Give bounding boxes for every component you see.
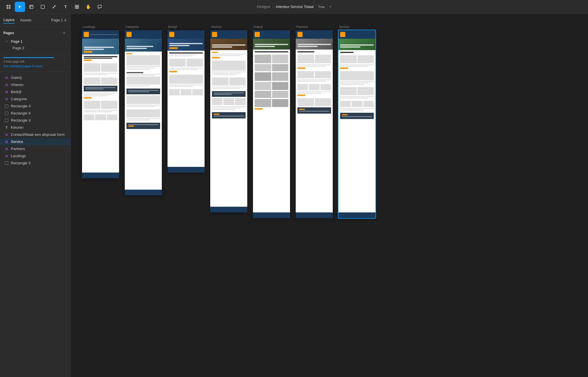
component-icon: ⊞ [5, 154, 9, 158]
designs-link[interactable]: Designs [257, 5, 270, 9]
frame-galerij[interactable] [253, 30, 290, 218]
page-item-page2[interactable]: Page 2 [3, 45, 67, 51]
svg-rect-12 [77, 7, 79, 9]
frame-header [168, 30, 205, 39]
frame-wrapper-bedrijf: Bedrijf [168, 25, 205, 173]
layer-item-categorie[interactable]: ⊞ Categorie [0, 95, 70, 103]
pages-section: Pages + ✓ Page 1 Page 2 [0, 27, 70, 55]
current-page-label: Page 1 [51, 18, 63, 22]
hero-section [82, 39, 119, 54]
logo-block [126, 32, 132, 37]
svg-rect-7 [41, 5, 44, 9]
svg-point-8 [53, 7, 54, 8]
breadcrumb-slash: / [273, 5, 274, 9]
rect-icon [5, 104, 9, 108]
rect-icon [5, 111, 9, 115]
layer-label-service: Service [11, 140, 23, 144]
frame-wrapper-partners: Partners [296, 25, 333, 218]
svg-rect-10 [77, 5, 79, 7]
components-tool-button[interactable] [72, 2, 82, 12]
layer-label-categorie: Categorie [11, 97, 27, 101]
pen-tool-button[interactable] [49, 2, 59, 12]
select-tool-button[interactable] [15, 2, 25, 12]
frame-label-service: Service [338, 25, 375, 28]
layer-item-rectangle3[interactable]: Rectangle 3 [0, 117, 70, 124]
canvas-area[interactable]: Landings [71, 14, 588, 377]
frame-wrapper-galerij: Galerij [253, 25, 290, 218]
plan-chevron-icon[interactable]: ▾ [330, 5, 331, 8]
shape-tool-button[interactable] [38, 2, 48, 12]
svg-rect-9 [75, 5, 77, 7]
frames-container: Landings [82, 25, 577, 218]
page1-check-icon: ✓ [6, 40, 9, 44]
comment-tool-button[interactable] [95, 2, 105, 12]
text-tool-button[interactable]: T [60, 2, 71, 12]
component-icon: ⊞ [5, 83, 9, 87]
logo-block [255, 32, 260, 37]
frame-label-categorie: Categorie [125, 25, 162, 28]
free-badge: Free [316, 4, 328, 9]
frame-header [125, 30, 162, 39]
frame-label-landings: Landings [82, 25, 119, 28]
layer-item-service[interactable]: ⊞ Service [0, 138, 70, 145]
add-page-button[interactable]: + [61, 30, 67, 36]
frame-wrapper-landings: Landings [82, 25, 119, 178]
hand-tool-button[interactable]: ✋ [83, 2, 93, 12]
pages-header: Pages + [3, 30, 67, 36]
frame-wrapper-service: Service [338, 25, 375, 218]
sidebar-header: Layers Assets Page 1 ∨ [0, 14, 70, 27]
frame-vloeren[interactable] [210, 30, 247, 212]
page-selector[interactable]: Page 1 ∨ [51, 18, 67, 22]
layer-item-rectangle6[interactable]: Rectangle 6 [0, 110, 70, 117]
rect-icon [5, 118, 9, 122]
layer-item-landings[interactable]: ⊞ Landings [0, 152, 70, 159]
logo-block [340, 32, 345, 37]
frame-tool-button[interactable] [26, 2, 36, 12]
layer-item-contact[interactable]: ⊞ Contact/Maak een afspraak form [0, 131, 70, 138]
frame-partners[interactable] [296, 30, 333, 218]
svg-rect-0 [7, 5, 8, 7]
layer-label-contact: Contact/Maak een afspraak form [11, 132, 65, 137]
main-layout: Layers Assets Page 1 ∨ Pages + ✓ Page 1 … [0, 14, 588, 377]
frame-service[interactable] [338, 30, 375, 218]
layer-item-kleuren[interactable]: T Kleuren [0, 124, 70, 131]
frame-wrapper-vloeren: Vloeren [210, 25, 247, 212]
logo-block [297, 32, 303, 37]
rect-icon [5, 161, 9, 165]
page2-label: Page 2 [13, 46, 24, 50]
component-icon: ⊞ [5, 90, 9, 94]
frame-landings[interactable] [82, 30, 119, 178]
layer-item-rectangle4[interactable]: Rectangle 4 [0, 103, 70, 110]
layer-item-vloeren[interactable]: ⊞ Vloeren [0, 81, 70, 88]
logo-block [169, 32, 174, 37]
layer-item-galerij[interactable]: ⊞ Galerij [0, 74, 70, 81]
frame-label-vloeren: Vloeren [210, 25, 247, 28]
page-selector-chevron-icon: ∨ [64, 18, 67, 22]
component-icon: ⊞ [5, 147, 9, 151]
svg-rect-1 [9, 5, 11, 7]
grid-tool-button[interactable] [3, 2, 14, 12]
layer-item-rectangle5[interactable]: Rectangle 5 [0, 159, 70, 167]
frame-categorie[interactable] [125, 30, 162, 195]
project-name: Interieur Service Totaal [276, 5, 314, 9]
svg-rect-11 [75, 7, 77, 9]
upgrade-notice: 1 free page left. Get unlimited pages & … [0, 55, 70, 72]
layers-list: ⊞ Galerij ⊞ Vloeren ⊞ Bedrijf ⊞ Categori… [0, 72, 70, 377]
layer-label-rectangle6: Rectangle 6 [11, 111, 30, 115]
toolbar-tools: T ✋ [3, 2, 105, 12]
layer-item-bedrijf[interactable]: ⊞ Bedrijf [0, 88, 70, 95]
tab-layers[interactable]: Layers [3, 17, 15, 24]
frame-bedrijf[interactable] [168, 30, 205, 173]
layer-item-partners[interactable]: ⊞ Partners [0, 145, 70, 152]
frame-label-partners: Partners [296, 25, 333, 28]
tab-assets[interactable]: Assets [20, 17, 31, 23]
toolbar: T ✋ Designs / Interieur Service Totaal F… [0, 0, 588, 14]
page-item-page1[interactable]: ✓ Page 1 [3, 38, 67, 45]
frame-header [210, 30, 247, 39]
upgrade-text: 1 free page left. [3, 60, 67, 63]
canvas-content: Landings [71, 14, 588, 327]
sidebar: Layers Assets Page 1 ∨ Pages + ✓ Page 1 … [0, 14, 71, 377]
layer-label-bedrijf: Bedrijf [11, 90, 21, 94]
upgrade-link[interactable]: Get unlimited pages & more [3, 64, 42, 68]
breadcrumb: Designs / Interieur Service Totaal Free … [257, 4, 331, 9]
